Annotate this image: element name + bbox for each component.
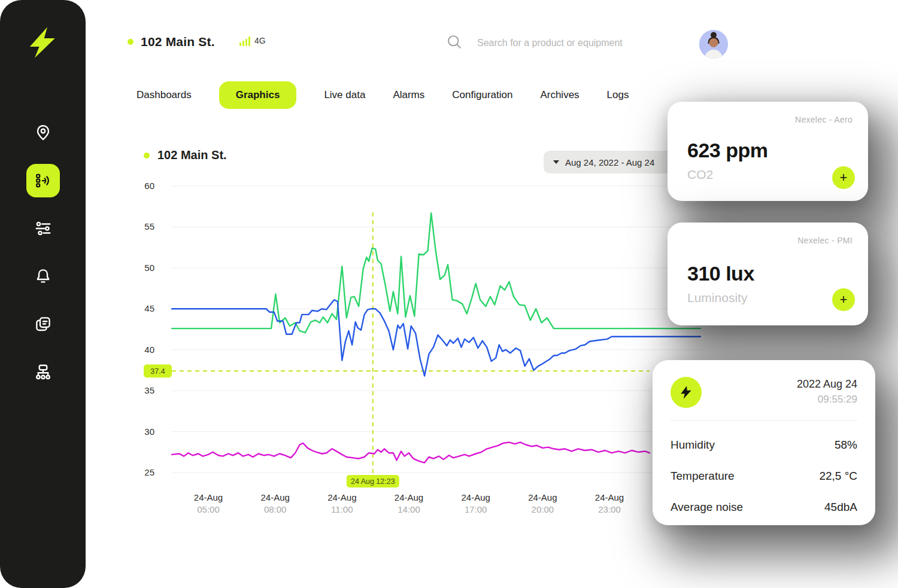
row-label: Humidity <box>671 438 715 452</box>
chart-header: 102 Main St. <box>144 148 227 162</box>
y-tick-label: 40 <box>144 345 154 355</box>
divider <box>671 420 857 421</box>
y-tick-label: 55 <box>144 221 154 231</box>
reading-row-temperature: Temperature 22,5 °C <box>671 461 857 492</box>
date-range-dropdown[interactable]: Aug 24, 2022 - Aug 24 <box>544 151 682 173</box>
x-tick-date: 24-Aug <box>595 492 624 502</box>
map-pin-icon <box>34 124 52 142</box>
y-tick-label: 35 <box>144 385 154 395</box>
x-tick-time: 11:00 <box>331 504 353 514</box>
x-tick-time: 08:00 <box>264 504 287 514</box>
chart-status-dot <box>144 153 150 159</box>
tab-alarms[interactable]: Alarms <box>393 81 424 109</box>
x-tick-date: 24-Aug <box>260 492 289 502</box>
x-tick-time: 05:00 <box>197 504 220 514</box>
luminosity-label: Luminosity <box>687 291 747 305</box>
network-label: 4G <box>254 36 266 45</box>
sidebar-item-locations[interactable] <box>26 116 60 150</box>
sensor-card-co2: Nexelec - Aero 623 ppm CO2 + <box>668 102 868 201</box>
sliders-icon <box>34 220 52 237</box>
add-luminosity-button[interactable]: + <box>832 288 855 311</box>
lightning-logo[interactable] <box>25 24 62 61</box>
sidebar-nav <box>26 116 60 389</box>
tab-configuration[interactable]: Configuration <box>452 81 512 109</box>
x-tick-time: 23:00 <box>598 504 621 514</box>
network-status: 4G <box>239 36 266 46</box>
app-window: 605550454035302524-Aug05:0024-Aug08:0024… <box>0 0 898 588</box>
live-data-icon <box>34 172 52 190</box>
reading-row-noise: Average noise 45dbA <box>671 492 857 523</box>
network-icon <box>34 363 52 381</box>
search-input[interactable] <box>476 37 676 49</box>
tab-logs[interactable]: Logs <box>607 81 629 109</box>
marker-label: 24 Aug 12:23 <box>351 477 395 486</box>
threshold-label: 37.4 <box>150 367 165 376</box>
y-tick-label: 45 <box>144 303 154 313</box>
bell-icon <box>34 267 52 285</box>
reading-row-humidity: Humidity 58% <box>671 429 857 461</box>
chart-title: 102 Main St. <box>157 148 227 162</box>
sidebar-item-network[interactable] <box>26 355 60 389</box>
series-blue <box>172 300 700 376</box>
y-tick-label: 60 <box>144 181 154 191</box>
x-tick-date: 24-Aug <box>194 492 223 502</box>
row-label: Temperature <box>671 470 735 483</box>
site-status-dot <box>128 39 134 45</box>
reading-timestamp: 2022 Aug 24 09:55:29 <box>797 378 857 406</box>
site-name: 102 Main St. <box>141 35 215 49</box>
add-co2-button[interactable]: + <box>832 166 855 189</box>
sidebar-item-live-data[interactable] <box>26 164 60 197</box>
x-tick-date: 24-Aug <box>327 492 356 502</box>
x-tick-date: 24-Aug <box>395 492 423 502</box>
sidebar-item-settings[interactable] <box>26 212 60 245</box>
signal-bars-icon <box>239 36 250 46</box>
sensor-card-luminosity: Nexelec - PMI 310 lux Luminosity + <box>668 223 868 325</box>
lightning-icon <box>671 377 702 408</box>
reading-rows: Humidity 58% Temperature 22,5 °C Average… <box>671 429 857 523</box>
tab-archives[interactable]: Archives <box>540 81 579 109</box>
documents-icon <box>34 315 52 333</box>
reading-card: 2022 Aug 24 09:55:29 Humidity 58% Temper… <box>653 360 875 525</box>
y-tick-label: 50 <box>144 263 154 273</box>
x-tick-date: 24-Aug <box>461 492 490 502</box>
x-tick-time: 17:00 <box>465 504 487 514</box>
row-value: 45dbA <box>824 501 857 514</box>
co2-label: CO2 <box>687 167 713 182</box>
date-range-label: Aug 24, 2022 - Aug 24 <box>565 157 654 167</box>
tab-dashboards[interactable]: Dashboards <box>136 81 192 109</box>
y-tick-label: 30 <box>144 426 154 437</box>
search-bar <box>446 33 676 53</box>
y-tick-label: 25 <box>144 467 154 477</box>
sidebar-item-documents[interactable] <box>26 307 60 341</box>
series-green <box>172 213 700 333</box>
sidebar-item-alarms[interactable] <box>26 260 60 293</box>
reading-time: 09:55:29 <box>797 394 857 406</box>
tab-bar: DashboardsGraphicsLive dataAlarmsConfigu… <box>136 81 629 109</box>
avatar[interactable] <box>699 30 728 59</box>
co2-value: 623 ppm <box>687 139 767 162</box>
tab-graphics[interactable]: Graphics <box>219 81 297 109</box>
site-selector[interactable]: 102 Main St. <box>128 35 215 49</box>
x-tick-date: 24-Aug <box>528 492 557 502</box>
row-label: Average noise <box>671 501 743 514</box>
search-icon <box>446 33 463 53</box>
luminosity-value: 310 lux <box>687 262 754 285</box>
sidebar <box>0 0 86 588</box>
tab-live-data[interactable]: Live data <box>324 81 365 109</box>
x-tick-time: 20:00 <box>532 504 554 514</box>
row-value: 58% <box>835 438 857 452</box>
device-name: Nexelec - Aero <box>795 115 853 124</box>
device-name: Nexelec - PMI <box>797 236 853 245</box>
x-tick-time: 14:00 <box>398 504 420 514</box>
reading-date: 2022 Aug 24 <box>797 378 857 391</box>
chevron-down-icon <box>553 160 559 164</box>
series-magenta <box>172 442 650 462</box>
row-value: 22,5 °C <box>819 470 857 483</box>
